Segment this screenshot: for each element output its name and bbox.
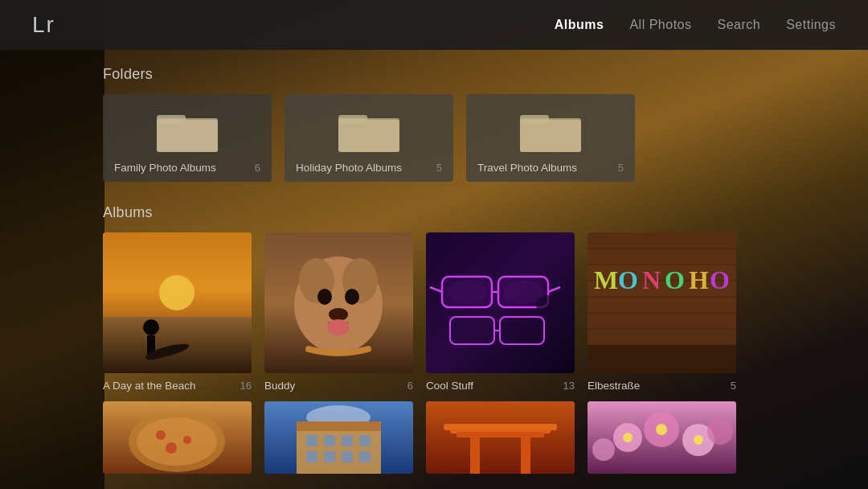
- svg-text:N: N: [642, 265, 661, 294]
- svg-rect-74: [457, 432, 544, 438]
- elbestrasse-scene-svg: M O N O H O: [588, 232, 736, 373]
- nav-link-settings[interactable]: Settings: [786, 18, 836, 31]
- svg-point-19: [317, 289, 332, 305]
- svg-rect-65: [324, 435, 335, 446]
- bottom-thumb-1[interactable]: [103, 401, 252, 474]
- svg-point-10: [159, 275, 194, 310]
- album-meta-buddy: Buddy 6: [264, 380, 413, 392]
- bottom-thumb-4-svg: [588, 401, 736, 474]
- bottom-thumb-1-svg: [103, 401, 252, 474]
- svg-point-56: [137, 417, 217, 466]
- folder-name-family: Family Photo Albums: [114, 162, 216, 174]
- nav-link-search[interactable]: Search: [717, 18, 760, 31]
- folder-name-holiday: Holiday Photo Albums: [296, 162, 402, 174]
- album-meta-beach: A Day at the Beach 16: [103, 380, 252, 392]
- album-name-cool-stuff: Cool Stuff: [426, 380, 473, 392]
- buddy-scene-svg: [264, 232, 413, 373]
- folder-svg-holiday: [337, 104, 401, 154]
- folder-svg-travel: [518, 104, 583, 154]
- svg-point-36: [503, 280, 543, 304]
- svg-point-22: [327, 319, 350, 335]
- navbar: Lr Albums All Photos Search Settings: [0, 0, 868, 50]
- albums-row: A Day at the Beach 16: [103, 232, 765, 392]
- svg-rect-67: [359, 435, 371, 446]
- album-count-elbestrasse: 5: [731, 380, 736, 392]
- album-cool-stuff[interactable]: Cool Stuff 13: [426, 232, 575, 392]
- svg-rect-75: [470, 438, 480, 474]
- album-meta-elbestrasse: Elbestraße 5: [588, 380, 736, 392]
- svg-point-59: [166, 442, 177, 454]
- folder-count-family: 6: [255, 162, 260, 174]
- folders-heading: Folders: [103, 66, 765, 83]
- folder-travel[interactable]: Travel Photo Albums 5: [466, 94, 635, 182]
- svg-rect-76: [521, 438, 530, 474]
- album-count-beach: 16: [240, 380, 252, 392]
- nav-item-albums[interactable]: Albums: [555, 18, 604, 32]
- svg-point-82: [592, 438, 615, 461]
- svg-point-57: [156, 430, 166, 440]
- svg-rect-66: [342, 435, 353, 446]
- svg-rect-63: [297, 421, 381, 431]
- svg-point-21: [329, 308, 348, 321]
- album-name-buddy: Buddy: [264, 380, 295, 392]
- album-buddy[interactable]: Buddy 6: [264, 232, 413, 392]
- album-thumb-buddy: [264, 232, 413, 373]
- svg-point-58: [183, 436, 191, 444]
- svg-text:O: O: [618, 265, 638, 294]
- folder-name-travel: Travel Photo Albums: [477, 162, 577, 174]
- folder-count-holiday: 5: [436, 162, 442, 174]
- svg-point-20: [345, 289, 359, 305]
- folder-family[interactable]: Family Photo Albums 6: [103, 94, 272, 182]
- svg-point-84: [623, 433, 633, 442]
- beach-scene-svg: [103, 232, 252, 373]
- svg-rect-70: [342, 451, 353, 462]
- svg-point-86: [694, 435, 703, 445]
- bottom-thumb-3[interactable]: [426, 401, 575, 474]
- svg-rect-69: [324, 451, 335, 462]
- folder-meta-holiday: Holiday Photo Albums 5: [296, 162, 442, 174]
- svg-point-85: [656, 424, 667, 435]
- album-count-buddy: 6: [407, 380, 413, 392]
- svg-point-12: [143, 319, 159, 335]
- album-name-elbestrasse: Elbestraße: [588, 380, 640, 392]
- svg-rect-71: [359, 451, 371, 462]
- svg-text:M: M: [594, 265, 618, 294]
- svg-rect-64: [306, 435, 317, 446]
- album-count-cool-stuff: 13: [563, 380, 575, 392]
- main-content: Folders Family Photo Albums 6: [0, 50, 868, 474]
- album-meta-cool-stuff: Cool Stuff 13: [426, 380, 575, 392]
- svg-rect-68: [306, 451, 317, 462]
- folder-meta-family: Family Photo Albums 6: [114, 162, 260, 174]
- album-elbestrasse[interactable]: M O N O H O Elbestraße 5: [588, 232, 736, 392]
- nav-item-all-photos[interactable]: All Photos: [629, 18, 691, 32]
- album-thumb-elbestrasse: M O N O H O: [588, 232, 736, 373]
- nav-link-all-photos[interactable]: All Photos: [629, 18, 691, 31]
- albums-heading: Albums: [103, 204, 765, 221]
- nav-link-albums[interactable]: Albums: [555, 18, 604, 31]
- folder-icon-family: [155, 104, 219, 154]
- bottom-thumb-2-svg: [264, 401, 413, 474]
- bottom-thumb-3-svg: [426, 401, 575, 474]
- cool-stuff-scene-svg: [426, 232, 575, 373]
- bottom-thumb-4[interactable]: [588, 401, 736, 474]
- svg-rect-8: [520, 120, 581, 152]
- svg-rect-5: [338, 120, 399, 152]
- svg-text:O: O: [710, 265, 730, 294]
- svg-point-35: [447, 280, 487, 304]
- folder-icon-travel: [518, 104, 583, 154]
- nav-menu: Albums All Photos Search Settings: [555, 18, 836, 32]
- folder-icon-holiday: [337, 104, 401, 154]
- svg-rect-77: [444, 424, 557, 430]
- album-beach[interactable]: A Day at the Beach 16: [103, 232, 252, 392]
- svg-rect-2: [157, 120, 218, 152]
- nav-item-search[interactable]: Search: [717, 18, 760, 32]
- nav-item-settings[interactable]: Settings: [786, 18, 836, 32]
- svg-text:H: H: [689, 265, 709, 294]
- folder-holiday[interactable]: Holiday Photo Albums 5: [285, 94, 453, 182]
- svg-rect-53: [588, 345, 736, 373]
- folder-svg-family: [155, 104, 219, 154]
- folders-row: Family Photo Albums 6 Holiday Photo Albu…: [103, 94, 765, 182]
- app-logo: Lr: [32, 12, 55, 38]
- svg-text:O: O: [665, 265, 685, 294]
- bottom-thumb-2[interactable]: [264, 401, 413, 474]
